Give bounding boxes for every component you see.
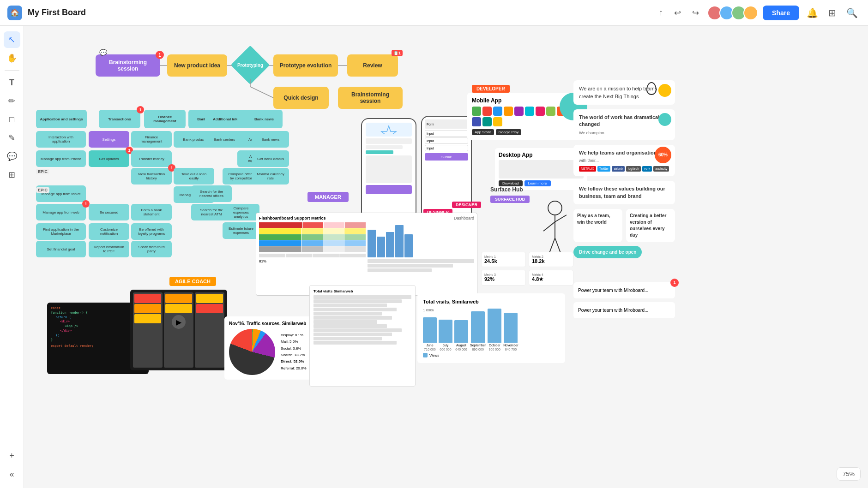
select-tool-button[interactable]: ↖ xyxy=(4,31,20,48)
node-review[interactable]: Review 📋1 xyxy=(347,54,398,77)
right-text-panel: We are on a mission to help teams create… xyxy=(573,80,675,258)
comment-tool-button[interactable]: 💬 xyxy=(4,148,20,165)
item-set-goal[interactable]: Set financial goal xyxy=(36,241,86,257)
svg-line-10 xyxy=(555,215,567,222)
mobile-app-card: Mobile App App Store Google Play xyxy=(467,93,578,140)
item-estimate-future[interactable]: Estimate future expenses xyxy=(223,222,259,239)
item-customize-notification[interactable]: Customize notification xyxy=(89,223,129,240)
section-finance: Finance management xyxy=(144,110,186,128)
help-teams-card: We help teams and organisations with the… xyxy=(573,145,675,176)
bar-chart-visual: June 710 000 July 660 000 August 640 000… xyxy=(423,314,560,351)
redo-button[interactable]: ↪ xyxy=(689,5,702,21)
topbar-right: Share 🔔 ⊞ 🔍 xyxy=(707,5,861,21)
lower-right-text: Power your team with Miroboard... 1 Powe… xyxy=(573,282,675,322)
pencil-tool-button[interactable]: ✎ xyxy=(4,130,20,146)
share-button[interactable]: Share xyxy=(763,6,799,20)
item-be-secured[interactable]: Be secured xyxy=(89,204,129,220)
node-proto-evolution[interactable]: Prototype evolution xyxy=(273,54,338,77)
world-of-work-card: The world of work has dramatically chang… xyxy=(573,109,675,140)
share-export-button[interactable]: ↑ xyxy=(656,5,666,20)
bar-chart-legend: Views xyxy=(423,353,560,357)
node-brainstorm2[interactable]: Brainstorming session xyxy=(338,87,403,109)
section-bank-news: Bank news xyxy=(246,110,283,128)
item-manage-app-phone[interactable]: Manage app from Phone xyxy=(36,150,86,167)
grid-tool-button[interactable]: ⊞ xyxy=(4,167,20,183)
canvas-inner: Brainstorming session 1 💬 New product id… xyxy=(24,26,868,488)
avatar-4 xyxy=(743,6,758,20)
badge-review: 📋1 xyxy=(392,50,403,56)
metric-card-1: Metric 1 24.5k xyxy=(481,252,526,267)
shape-tool-button[interactable]: □ xyxy=(4,111,20,128)
home-button[interactable]: 🏠 xyxy=(7,6,22,20)
node-brainstorm1[interactable]: Brainstorming session 1 💬 xyxy=(96,54,160,77)
metric-card-2: Metric 2 18.2k xyxy=(529,252,573,267)
pen-tool-button[interactable]: ✏ xyxy=(4,93,20,109)
grid-view-button[interactable]: ⊞ xyxy=(826,5,839,21)
node-new-product[interactable]: New product idea xyxy=(167,54,227,77)
item-view-transaction[interactable]: View transaction history 1 xyxy=(131,168,172,184)
drive-change-badge: Drive change and be open xyxy=(573,246,642,258)
item-share-third-party[interactable]: Share from third party xyxy=(131,241,172,257)
star-drawing xyxy=(380,125,398,134)
item-bank-news2[interactable]: Bank news xyxy=(252,131,289,148)
item-be-offered[interactable]: Be offered with loyalty programs xyxy=(131,223,172,240)
item-get-updates[interactable]: Get updates 1 xyxy=(89,150,129,167)
badge-brainstorm1: 1 xyxy=(156,51,164,59)
app-icons xyxy=(472,107,573,126)
svg-line-5 xyxy=(250,87,273,98)
dashboard-subtitle: Dashboard xyxy=(454,216,474,220)
lower-text-2: Power your team with Miroboard... xyxy=(573,302,675,318)
item-finance-mgmt[interactable]: Finance management xyxy=(131,131,172,148)
metric-card-3: Metric 3 92% xyxy=(481,270,526,286)
collapse-sidebar-button[interactable]: « xyxy=(4,466,20,482)
item-interaction[interactable]: Interaction with application xyxy=(36,131,86,148)
item-take-loan[interactable]: Take out a loan easily xyxy=(174,168,214,184)
sidebar: ↖ ✋ T ✏ □ ✎ 💬 ⊞ + « xyxy=(0,26,24,488)
svg-point-7 xyxy=(548,201,562,215)
lower-text-1: Power your team with Miroboard... 1 xyxy=(573,282,675,298)
metrics-section: Metric 1 24.5k Metric 2 18.2k Metric 3 9… xyxy=(481,252,573,286)
values-group: Play as a team, win the world Creating a… xyxy=(573,209,675,242)
label-epic2: EPIC xyxy=(36,187,49,193)
agile-coach-label: AGILE COACH xyxy=(169,277,216,286)
undo-button[interactable]: ↩ xyxy=(671,5,684,21)
canvas[interactable]: Brainstorming session 1 💬 New product id… xyxy=(24,26,868,488)
surface-hub-label: Surface Hub xyxy=(490,186,523,193)
pie-legend: Display: 0.1% Mail: 5.5% Social: 3.8% Se… xyxy=(281,332,307,372)
item-form-bank-statement[interactable]: Form a bank statement xyxy=(131,204,172,220)
sidebar-divider-1 xyxy=(5,70,19,71)
item-manage-app-web[interactable]: Manage app from web 1 xyxy=(36,204,86,220)
svg-line-9 xyxy=(543,222,555,231)
secondary-dashboard: Total visits Similarweb xyxy=(309,285,416,387)
topbar: 🏠 My First Board ↑ ↩ ↪ Share 🔔 ⊞ 🔍 xyxy=(0,0,868,26)
values-card: We follow these values building our busi… xyxy=(573,181,675,204)
pie-chart-visual xyxy=(229,329,275,375)
item-transfer-money[interactable]: Transfer money xyxy=(131,150,172,167)
node-prototyping[interactable]: Prototyping xyxy=(232,51,269,79)
item-compare-expenses[interactable]: Compare expenses analytics xyxy=(223,204,259,220)
item-find-marketplace[interactable]: Find application in the Marketplace xyxy=(36,223,86,240)
hand-tool-button[interactable]: ✋ xyxy=(4,50,20,66)
search-button[interactable]: 🔍 xyxy=(844,5,861,21)
label-epic: EPIC xyxy=(36,169,49,174)
metric-card-4: Metric 4 4.8★ xyxy=(529,270,573,286)
notifications-button[interactable]: 🔔 xyxy=(804,5,821,21)
item-get-bank-details[interactable]: Get bank details xyxy=(252,150,289,167)
svg-marker-6 xyxy=(381,126,396,134)
item-settings[interactable]: Settings xyxy=(89,131,129,148)
phone-mockup-1 xyxy=(361,118,416,220)
node-quick-design[interactable]: Quick design xyxy=(273,87,329,109)
kanban-thumbnail: ▶ xyxy=(130,290,227,370)
manager-label: MANAGER xyxy=(307,192,349,202)
dashboard-card: Flashboardboard Support Metrics Dashboar… xyxy=(256,213,477,296)
sidebar-bottom: + « xyxy=(4,447,20,482)
item-search-nearest[interactable]: Search for the nearest offices xyxy=(191,185,232,202)
drive-change-group: Drive change and be open xyxy=(573,246,675,258)
item-monitor-currency[interactable]: Monitor currency rate xyxy=(252,168,289,184)
zoom-indicator: 75% xyxy=(837,467,861,481)
developer-label: DEVELOPER xyxy=(472,85,510,93)
add-element-button[interactable]: + xyxy=(4,447,20,464)
bar-chart-section: Total visits, Similarweb 1 000k June 710… xyxy=(417,293,565,363)
item-report-pdf[interactable]: Report information to PDF xyxy=(89,241,129,257)
text-tool-button[interactable]: T xyxy=(4,74,20,91)
